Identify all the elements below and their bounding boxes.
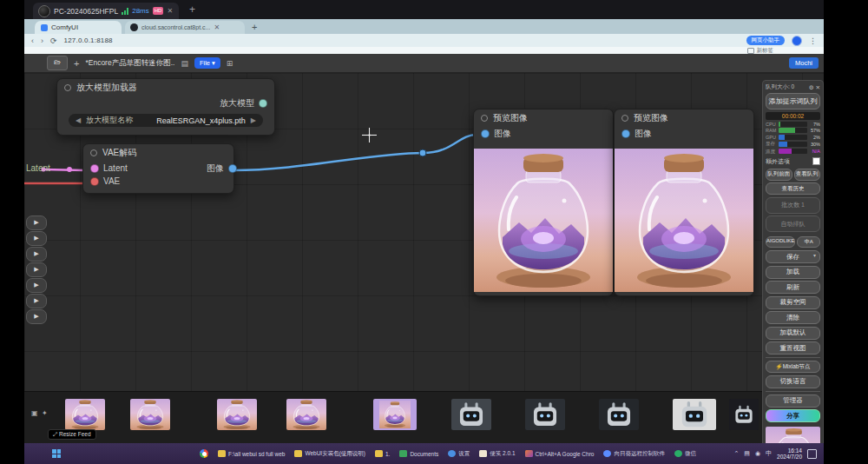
address-bar[interactable]: 127.0.0.1:8188 — [64, 36, 113, 44]
browser-menu-icon[interactable]: ⋮ — [809, 36, 817, 45]
view-history-button[interactable]: 查看历史 — [766, 182, 820, 195]
refresh-button[interactable]: 刷新 — [766, 281, 820, 294]
feed-thumbnail-jar[interactable] — [217, 399, 257, 430]
new-session-button[interactable]: + — [189, 3, 195, 16]
queue-prompt-button[interactable]: 添加提示词队列 — [766, 93, 820, 109]
clipspace-button[interactable]: 裁剪空间 — [766, 296, 820, 309]
extra-options-row[interactable]: 额外选项 — [766, 157, 820, 166]
close-tab-icon[interactable]: ✕ — [214, 23, 220, 31]
remote-session-tab[interactable]: PC-20240625HFPL 28ms HD ✕ — [33, 3, 179, 19]
node-title-bar[interactable]: 预览图像 — [474, 109, 613, 127]
feed-scroll-icon[interactable]: ✦ — [42, 409, 48, 417]
collapsed-node[interactable]: ▶ — [26, 231, 47, 246]
extension-badge[interactable]: 网页小助手 — [746, 36, 786, 45]
collapsed-node[interactable]: ▶ — [26, 215, 47, 230]
close-icon[interactable]: ✕ — [816, 84, 820, 91]
preview-image-2[interactable] — [615, 149, 753, 292]
quality-badge[interactable]: HD — [153, 7, 164, 15]
image-input-dot[interactable] — [481, 129, 490, 138]
reset-view-button[interactable]: 重置视图 — [766, 341, 820, 355]
taskbar-folder-2[interactable]: WebUI安装包(使用说明) — [294, 450, 365, 458]
browser-tab-secondary[interactable]: cloud.sacontrol.cat8pt.c... ✕ — [125, 21, 245, 34]
load-button[interactable]: 加载 — [766, 266, 820, 279]
node-title-bar[interactable]: 预览图像 — [615, 109, 753, 127]
mochi-button[interactable]: Mochi — [789, 57, 819, 69]
image-output-dot[interactable] — [228, 164, 237, 173]
save-button[interactable]: 保存▾ — [766, 250, 820, 263]
feed-thumbnail-jar-framed[interactable] — [373, 399, 417, 430]
share-button[interactable]: 分享 — [766, 409, 820, 422]
node-vae-decode[interactable]: VAE解码 Latent 图像 VAE — [82, 143, 234, 194]
taskbar-settings[interactable]: 设置 — [448, 450, 470, 458]
feed-thumbnail-robot-light[interactable] — [673, 399, 716, 430]
ime-pill[interactable]: 中A — [797, 236, 820, 248]
feed-thumbnail-jar[interactable] — [65, 399, 105, 430]
load-default-button[interactable]: 加载默认 — [766, 327, 820, 340]
collapse-dot-icon[interactable] — [90, 149, 97, 156]
model-name-widget[interactable]: ◀ 放大模型名称 RealESRGAN_x4plus.pth ▶ — [69, 114, 263, 127]
new-browser-tab-button[interactable]: + — [252, 22, 257, 32]
node-title-bar[interactable]: 放大模型加载器 — [57, 79, 274, 96]
reroute-latent-label[interactable]: Latent — [26, 163, 50, 173]
tray-expand-icon[interactable]: ⌃ — [733, 450, 739, 457]
feed-thumbnail-jar[interactable] — [286, 399, 326, 430]
node-preview-image-2[interactable]: 预览图像 图像 — [614, 109, 754, 296]
collapsed-node[interactable]: ▶ — [26, 278, 47, 293]
save-caret-icon[interactable]: ▾ — [813, 252, 816, 258]
queue-front-button[interactable]: 队列前面 — [766, 169, 792, 181]
taskbar-clock[interactable]: 16:14 2024/7/20 — [777, 447, 802, 461]
mixlab-nodes-button[interactable]: ⚡Mixlab节点 — [766, 361, 820, 373]
collapse-dot-icon[interactable] — [621, 115, 628, 122]
collapse-dot-icon[interactable] — [481, 115, 488, 122]
batch-count-field[interactable]: 批次数 1 — [766, 197, 820, 214]
vae-input-dot[interactable] — [90, 177, 99, 186]
collapsed-node[interactable]: ▶ — [26, 309, 47, 324]
start-button[interactable] — [52, 449, 61, 458]
upscale-model-output-dot[interactable] — [259, 99, 267, 108]
feed-thumbnail-robot[interactable] — [451, 399, 491, 430]
close-session-icon[interactable]: ✕ — [167, 7, 173, 15]
ime-indicator[interactable]: 中 — [766, 449, 772, 458]
node-upscale-model-loader[interactable]: 放大模型加载器 放大模型 ◀ 放大模型名称 RealESRGAN_x4plus.… — [56, 78, 275, 136]
node-title-bar[interactable]: VAE解码 — [83, 144, 233, 162]
translation-pill[interactable]: AIGODLIKE — [766, 236, 795, 248]
resize-feed-button[interactable]: ⤢ Resize Feed — [48, 429, 96, 440]
workflow-tab-label[interactable]: *Encore产品草图转迷你图.. — [85, 58, 174, 69]
node-preview-image-1[interactable]: 预览图像 图像 — [473, 109, 614, 296]
back-icon[interactable]: ‹ — [31, 36, 34, 45]
tray-volume-icon[interactable]: ◉ — [755, 450, 760, 457]
gear-icon[interactable]: ⚙ — [809, 84, 814, 91]
reload-icon[interactable]: ⟳ — [50, 36, 57, 45]
latent-input-dot[interactable] — [90, 164, 99, 173]
feed-thumbnail-robot[interactable] — [599, 399, 639, 430]
forward-icon[interactable]: › — [41, 36, 43, 45]
extra-options-checkbox[interactable] — [812, 157, 820, 165]
node-graph-canvas[interactable]: Latent ▶ ▶ ▶ ▶ ▶ ▶ ▶ 放大模型加载器 放大模型 ◀ 放大模型… — [24, 73, 824, 443]
file-menu-button[interactable]: File ▾ — [194, 57, 220, 69]
clear-button[interactable]: 清除 — [766, 311, 820, 324]
taskbar-folder-3[interactable]: 1. — [375, 450, 390, 457]
workflow-folder-button[interactable]: 🗁 — [47, 56, 68, 70]
bookmark-workflow-icon[interactable]: ▤ — [181, 59, 188, 68]
preview-image-1[interactable] — [474, 149, 613, 292]
grid-view-icon[interactable]: ⊞ — [227, 59, 233, 68]
collapsed-node[interactable]: ▶ — [26, 262, 47, 277]
collapse-dot-icon[interactable] — [64, 84, 71, 91]
taskbar-remote-app[interactable]: 向日葵远程控制软件 — [603, 450, 665, 458]
taskbar-screenshot-tool[interactable]: Ctrl+Alt+A Google Chro — [525, 450, 595, 457]
collapsed-node[interactable]: ▶ — [26, 294, 47, 308]
toggle-language-button[interactable]: 切换语言 — [766, 375, 820, 388]
feed-settings-icon[interactable]: ▣ — [31, 409, 38, 417]
auto-queue-toggle[interactable]: 自动排队 — [766, 215, 820, 232]
image-input-dot[interactable] — [621, 129, 630, 138]
collapsed-node[interactable]: ▶ — [26, 247, 47, 262]
view-queue-button[interactable]: 查看队列 — [794, 169, 821, 181]
taskbar-wechat[interactable]: 微信 — [674, 450, 696, 458]
prev-value-icon[interactable]: ◀ — [76, 116, 81, 124]
notification-center-icon[interactable] — [807, 449, 817, 459]
taskbar-documents[interactable]: Documents — [399, 450, 438, 457]
feed-thumbnail-jar[interactable] — [130, 399, 170, 430]
next-value-icon[interactable]: ▶ — [251, 116, 256, 124]
browser-tab-comfyui[interactable]: ComfyUI — [35, 21, 122, 34]
tray-display-icon[interactable]: ▤ — [744, 450, 750, 457]
